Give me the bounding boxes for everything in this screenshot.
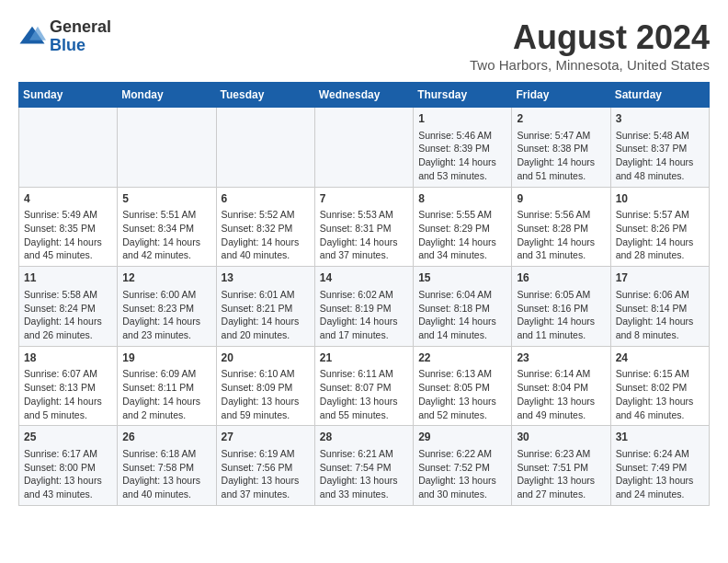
cell-content: Sunrise: 6:05 AMSunset: 8:16 PMDaylight:…	[517, 288, 605, 342]
calendar-cell: 9Sunrise: 5:56 AMSunset: 8:28 PMDaylight…	[512, 187, 610, 267]
cell-line: Sunset: 8:35 PM	[24, 223, 96, 234]
calendar-cell: 8Sunrise: 5:55 AMSunset: 8:29 PMDaylight…	[414, 187, 512, 267]
day-number: 8	[418, 191, 506, 207]
cell-content: Sunrise: 5:46 AMSunset: 8:39 PMDaylight:…	[418, 129, 506, 183]
cell-line: Daylight: 13 hours and 27 minutes.	[517, 475, 595, 500]
calendar-cell: 27Sunrise: 6:19 AMSunset: 7:56 PMDayligh…	[216, 426, 314, 506]
calendar-cell: 22Sunrise: 6:13 AMSunset: 8:05 PMDayligh…	[414, 346, 512, 426]
cell-line: Sunrise: 6:06 AM	[616, 289, 689, 300]
cell-line: Sunset: 8:38 PM	[517, 143, 588, 154]
cell-line: Daylight: 14 hours and 31 minutes.	[517, 236, 595, 261]
cell-line: Sunrise: 6:02 AM	[320, 289, 393, 300]
day-number: 17	[616, 270, 704, 286]
calendar-cell: 11Sunrise: 5:58 AMSunset: 8:24 PMDayligh…	[19, 267, 118, 347]
cell-line: Daylight: 13 hours and 49 minutes.	[517, 396, 595, 420]
day-number: 2	[517, 111, 605, 127]
cell-line: Daylight: 13 hours and 40 minutes.	[122, 475, 200, 500]
day-number: 6	[222, 191, 310, 207]
cell-content: Sunrise: 5:55 AMSunset: 8:29 PMDaylight:…	[418, 208, 506, 262]
calendar-cell: 3Sunrise: 5:48 AMSunset: 8:37 PMDaylight…	[610, 108, 709, 188]
cell-line: Sunset: 8:29 PM	[418, 223, 490, 234]
calendar-row-3: 11Sunrise: 5:58 AMSunset: 8:24 PMDayligh…	[19, 267, 710, 347]
cell-line: Daylight: 14 hours and 11 minutes.	[517, 316, 595, 340]
calendar-cell: 20Sunrise: 6:10 AMSunset: 8:09 PMDayligh…	[216, 346, 314, 426]
day-number: 21	[320, 350, 408, 366]
cell-line: Daylight: 14 hours and 28 minutes.	[616, 236, 694, 261]
cell-line: Daylight: 14 hours and 34 minutes.	[418, 236, 496, 261]
calendar-cell: 4Sunrise: 5:49 AMSunset: 8:35 PMDaylight…	[19, 187, 118, 267]
cell-line: Daylight: 13 hours and 55 minutes.	[320, 396, 398, 420]
cell-line: Sunset: 8:16 PM	[517, 303, 588, 314]
cell-line: Daylight: 14 hours and 23 minutes.	[122, 316, 200, 340]
day-number: 27	[222, 430, 310, 445]
cell-line: Daylight: 13 hours and 37 minutes.	[222, 475, 300, 500]
calendar-cell: 29Sunrise: 6:22 AMSunset: 7:52 PMDayligh…	[414, 426, 512, 506]
cell-line: Daylight: 13 hours and 52 minutes.	[418, 396, 496, 420]
cell-line: Sunrise: 5:52 AM	[222, 209, 295, 220]
cell-content: Sunrise: 6:15 AMSunset: 8:02 PMDaylight:…	[616, 367, 704, 421]
day-number: 31	[616, 430, 704, 445]
cell-line: Sunrise: 6:23 AM	[517, 448, 590, 459]
cell-line: Sunrise: 6:19 AM	[222, 448, 295, 459]
cell-content: Sunrise: 6:07 AMSunset: 8:13 PMDaylight:…	[24, 367, 112, 421]
cell-line: Sunrise: 5:58 AM	[24, 289, 97, 300]
cell-line: Sunrise: 5:51 AM	[122, 209, 196, 220]
calendar-cell: 15Sunrise: 6:04 AMSunset: 8:18 PMDayligh…	[414, 267, 512, 347]
cell-content: Sunrise: 6:18 AMSunset: 7:58 PMDaylight:…	[122, 447, 210, 501]
cell-line: Sunset: 7:52 PM	[418, 462, 490, 473]
cell-content: Sunrise: 6:23 AMSunset: 7:51 PMDaylight:…	[517, 447, 605, 501]
col-wednesday: Wednesday	[314, 83, 413, 108]
calendar-cell: 23Sunrise: 6:14 AMSunset: 8:04 PMDayligh…	[512, 346, 610, 426]
cell-line: Sunrise: 6:10 AM	[222, 368, 295, 379]
calendar-cell	[216, 108, 314, 188]
main-title: August 2024	[470, 18, 710, 57]
cell-line: Sunset: 7:54 PM	[320, 462, 392, 473]
cell-content: Sunrise: 5:51 AMSunset: 8:34 PMDaylight:…	[122, 208, 210, 262]
cell-line: Daylight: 14 hours and 5 minutes.	[24, 396, 102, 420]
logo-text: General Blue	[50, 18, 111, 55]
calendar-cell	[118, 108, 216, 188]
cell-line: Sunset: 7:58 PM	[122, 462, 194, 473]
col-tuesday: Tuesday	[216, 83, 314, 108]
cell-line: Sunrise: 5:53 AM	[320, 209, 393, 220]
cell-line: Daylight: 14 hours and 53 minutes.	[418, 156, 496, 181]
calendar-cell	[314, 108, 413, 188]
cell-line: Daylight: 14 hours and 45 minutes.	[24, 236, 102, 261]
calendar-cell: 5Sunrise: 5:51 AMSunset: 8:34 PMDaylight…	[118, 187, 216, 267]
cell-line: Sunrise: 5:46 AM	[418, 130, 492, 141]
cell-line: Sunrise: 5:47 AM	[517, 130, 590, 141]
cell-line: Daylight: 14 hours and 51 minutes.	[517, 156, 595, 181]
cell-line: Sunrise: 6:01 AM	[222, 289, 295, 300]
cell-line: Daylight: 14 hours and 8 minutes.	[616, 316, 694, 340]
calendar-cell	[19, 108, 118, 188]
cell-line: Sunset: 8:39 PM	[418, 143, 490, 154]
header-row: Sunday Monday Tuesday Wednesday Thursday…	[19, 83, 710, 108]
calendar-cell: 18Sunrise: 6:07 AMSunset: 8:13 PMDayligh…	[19, 346, 118, 426]
cell-content: Sunrise: 6:04 AMSunset: 8:18 PMDaylight:…	[418, 288, 506, 342]
cell-content: Sunrise: 6:10 AMSunset: 8:09 PMDaylight:…	[222, 367, 310, 421]
cell-content: Sunrise: 5:52 AMSunset: 8:32 PMDaylight:…	[222, 208, 310, 262]
calendar-cell: 24Sunrise: 6:15 AMSunset: 8:02 PMDayligh…	[610, 346, 709, 426]
calendar-cell: 28Sunrise: 6:21 AMSunset: 7:54 PMDayligh…	[314, 426, 413, 506]
cell-line: Daylight: 13 hours and 43 minutes.	[24, 475, 102, 500]
cell-content: Sunrise: 6:22 AMSunset: 7:52 PMDaylight:…	[418, 447, 506, 501]
calendar-cell: 7Sunrise: 5:53 AMSunset: 8:31 PMDaylight…	[314, 187, 413, 267]
cell-line: Daylight: 13 hours and 59 minutes.	[222, 396, 300, 420]
col-thursday: Thursday	[414, 83, 512, 108]
calendar-cell: 1Sunrise: 5:46 AMSunset: 8:39 PMDaylight…	[414, 108, 512, 188]
day-number: 16	[517, 270, 605, 286]
cell-line: Sunrise: 5:57 AM	[616, 209, 689, 220]
cell-line: Sunset: 8:18 PM	[418, 303, 490, 314]
day-number: 1	[418, 111, 506, 127]
cell-line: Sunset: 8:21 PM	[222, 303, 293, 314]
calendar-cell: 19Sunrise: 6:09 AMSunset: 8:11 PMDayligh…	[118, 346, 216, 426]
cell-line: Sunrise: 6:04 AM	[418, 289, 492, 300]
cell-line: Daylight: 14 hours and 42 minutes.	[122, 236, 200, 261]
cell-line: Daylight: 14 hours and 20 minutes.	[222, 316, 300, 340]
calendar-table: Sunday Monday Tuesday Wednesday Thursday…	[18, 82, 710, 506]
day-number: 5	[122, 191, 210, 207]
header: General Blue August 2024 Two Harbors, Mi…	[18, 18, 710, 73]
calendar-cell: 10Sunrise: 5:57 AMSunset: 8:26 PMDayligh…	[610, 187, 709, 267]
day-number: 7	[320, 191, 408, 207]
day-number: 3	[616, 111, 704, 127]
